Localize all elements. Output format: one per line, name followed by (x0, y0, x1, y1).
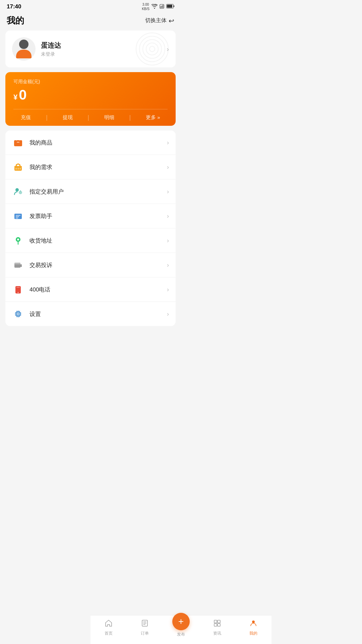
svg-rect-12 (14, 140, 22, 146)
profile-left: 蛋连达 未登录 (12, 37, 61, 61)
bottom-spacer (5, 331, 176, 361)
trade-complaint-label: 交易投诉 (29, 261, 167, 269)
designated-users-label: 指定交易用户 (29, 188, 167, 196)
invoice-helper-label: 发票助手 (29, 212, 167, 220)
svg-rect-6 (167, 5, 172, 8)
shipping-address-icon (12, 234, 24, 247)
my-demands-label: 我的需求 (29, 163, 167, 171)
menu-item-designated-users[interactable]: 指定交易用户 › (5, 179, 176, 204)
svg-point-26 (17, 238, 19, 240)
shipping-address-label: 收货地址 (29, 237, 167, 245)
recharge-label: 充值 (21, 114, 31, 121)
svg-point-35 (17, 313, 19, 315)
menu-item-my-products[interactable]: 我的商品 › (5, 130, 176, 155)
phone-400-icon (12, 283, 24, 296)
avatar-body (16, 50, 32, 58)
balance-value: 0 (19, 87, 26, 103)
menu-item-my-demands[interactable]: 我的需求 › (5, 155, 176, 179)
my-products-label: 我的商品 (29, 139, 167, 147)
menu-item-trade-complaint[interactable]: 交易投诉 › (5, 253, 176, 277)
divider-1: | (46, 114, 48, 121)
switch-entity-button[interactable]: 切换主体 ↩ (145, 17, 174, 25)
sim-icon (160, 4, 164, 10)
divider-2: | (87, 114, 89, 121)
fingerprint-decoration (135, 32, 169, 66)
svg-point-10 (139, 36, 165, 62)
status-icons: 3.00KB/S (142, 2, 174, 11)
profile-name: 蛋连达 (41, 41, 61, 50)
switch-entity-label: 切换主体 (145, 17, 167, 24)
more-button[interactable]: 更多 » (146, 114, 160, 121)
svg-rect-32 (16, 287, 20, 288)
svg-rect-13 (17, 142, 19, 143)
my-products-arrow: › (167, 139, 169, 146)
phone-400-arrow: › (167, 286, 169, 293)
menu-item-phone-400[interactable]: 400电话 › (5, 277, 176, 302)
settings-icon (12, 308, 24, 320)
avatar (12, 37, 36, 61)
svg-point-8 (146, 43, 158, 55)
designated-users-arrow: › (167, 188, 169, 195)
settings-arrow: › (167, 311, 169, 318)
wifi-icon (152, 4, 158, 10)
detail-label: 明细 (104, 114, 114, 121)
avatar-head (19, 40, 28, 49)
trade-complaint-icon (12, 259, 24, 271)
designated-users-icon (12, 185, 24, 198)
profile-arrow-icon: › (167, 45, 169, 53)
balance-label: 可用金额(元) (13, 79, 168, 85)
svg-point-7 (149, 46, 155, 52)
svg-rect-29 (20, 264, 22, 267)
trade-complaint-arrow: › (167, 262, 169, 269)
status-bar: 17:40 3.00KB/S (0, 0, 181, 12)
withdraw-label: 提现 (63, 114, 73, 121)
balance-actions: 充值 | 提现 | 明细 | 更多 » (13, 109, 168, 126)
detail-button[interactable]: 明细 (104, 114, 114, 121)
settings-label: 设置 (29, 310, 167, 318)
profile-status: 未登录 (41, 51, 61, 57)
recharge-button[interactable]: 充值 (21, 114, 31, 121)
page-header: 我的 切换主体 ↩ (0, 12, 181, 31)
status-time: 17:40 (7, 3, 21, 10)
more-label: 更多 » (146, 114, 160, 121)
svg-point-31 (18, 292, 19, 293)
battery-icon (166, 4, 174, 9)
profile-info: 蛋连达 未登录 (41, 41, 61, 57)
profile-card[interactable]: 蛋连达 未登录 › (5, 31, 176, 67)
menu-list: 我的商品 › 我的需求 › (5, 130, 176, 326)
divider-3: | (129, 114, 131, 121)
my-demands-icon (12, 161, 24, 173)
shipping-address-arrow: › (167, 237, 169, 244)
main-content: 蛋连达 未登录 › 可用金额(元) ¥0 充值 | 提现 | 明细 | 更多 » (0, 31, 181, 361)
menu-item-settings[interactable]: 设置 › (5, 302, 176, 326)
svg-rect-28 (14, 263, 20, 264)
svg-rect-5 (174, 5, 174, 7)
menu-item-invoice-helper[interactable]: 发票助手 › (5, 204, 176, 228)
svg-point-19 (15, 188, 19, 192)
balance-amount: ¥0 (13, 87, 168, 103)
invoice-helper-arrow: › (167, 213, 169, 220)
balance-card: 可用金额(元) ¥0 充值 | 提现 | 明细 | 更多 » (5, 72, 176, 126)
withdraw-button[interactable]: 提现 (63, 114, 73, 121)
network-speed: 3.00KB/S (142, 2, 149, 11)
avatar-inner (16, 40, 32, 58)
yuan-symbol: ¥ (13, 93, 17, 101)
my-products-icon (12, 137, 24, 149)
page-title: 我的 (7, 15, 24, 26)
my-demands-arrow: › (167, 164, 169, 171)
invoice-helper-icon (12, 210, 24, 222)
svg-point-11 (136, 33, 168, 65)
menu-item-shipping-address[interactable]: 收货地址 › (5, 228, 176, 253)
svg-point-9 (143, 40, 162, 58)
phone-400-label: 400电话 (29, 286, 167, 293)
switch-icon: ↩ (169, 17, 174, 25)
